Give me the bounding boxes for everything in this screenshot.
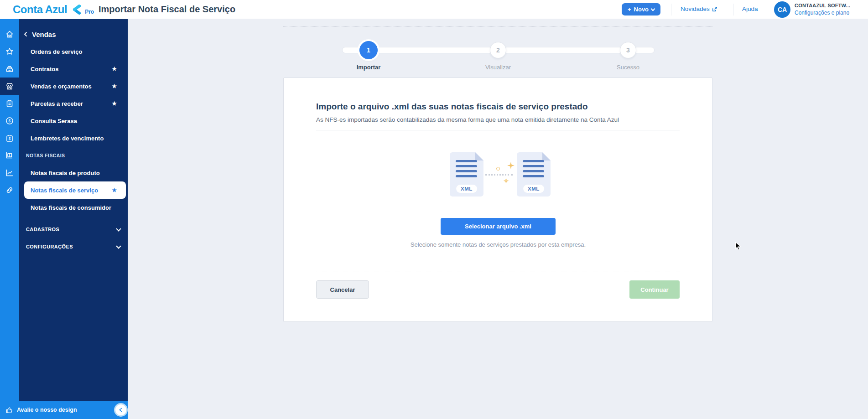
rail-calendar-dollar-icon[interactable]: $: [0, 129, 19, 147]
novidades-label: Novidades: [681, 5, 710, 12]
step-circle-importar: 1: [359, 41, 378, 59]
sidebar-item-label: Ordens de serviço: [31, 48, 82, 55]
xml-label: XML: [523, 185, 544, 193]
step-number: 3: [626, 47, 630, 54]
sidebar-item-notas-fiscais-de-consumidor[interactable]: Notas fiscais de consumidor: [19, 199, 128, 216]
sidebar-section-notas-fiscais: NOTAS FISCAIS: [19, 147, 128, 164]
sidebar-item-label: Parcelas a receber: [31, 100, 83, 107]
sidebar-item-contratos[interactable]: Contratos ★: [19, 60, 128, 78]
contaazul-logo[interactable]: Conta Azul Pro: [13, 3, 94, 16]
header-divider: [733, 4, 733, 16]
footer-dotted-divider: [316, 271, 680, 271]
card-divider: [316, 130, 680, 130]
collapsible-label: CONFIGURAÇÕES: [26, 244, 73, 249]
card-title: Importe o arquivo .xml das suas notas fi…: [316, 102, 588, 112]
avalie-design-bar[interactable]: Avalie o nosso design: [0, 401, 128, 419]
avatar-initials: CA: [778, 6, 787, 13]
helper-text: Selecione somente notas de serviços pres…: [402, 240, 594, 249]
sidebar-vendas: Vendas Ordens de serviço Contratos ★ Ven…: [19, 19, 128, 419]
new-button[interactable]: + Novo: [622, 3, 660, 16]
sidebar-item-vendas-e-orcamentos[interactable]: Vendas e orçamentos ★: [19, 78, 128, 95]
avalie-design-label: Avalie o nosso design: [17, 407, 77, 413]
page-title: Importar Nota Fiscal de Serviço: [99, 4, 235, 15]
sidebar-collapse-button[interactable]: [114, 403, 128, 417]
novidades-link[interactable]: Novidades: [681, 5, 717, 12]
sidebar-back-vendas[interactable]: Vendas: [19, 26, 128, 43]
sidebar-item-lembretes-de-vencimento[interactable]: Lembretes de vencimento: [19, 129, 128, 147]
sidebar-item-notas-fiscais-de-servico[interactable]: Notas fiscais de serviço ★: [24, 181, 126, 199]
step-circle-sucesso: 3: [620, 42, 636, 58]
step-label-importar: Importar: [337, 64, 400, 71]
logo-word-azul: Azul: [45, 3, 68, 16]
external-link-icon: [712, 6, 717, 12]
star-icon[interactable]: ★: [112, 100, 117, 107]
sidebar-item-label: Notas fiscais de serviço: [31, 187, 98, 194]
sidebar-item-label: Vendas e orçamentos: [31, 83, 92, 90]
company-name: CONTAAZUL SOFTW...: [795, 2, 850, 9]
transfer-dots: [485, 174, 513, 176]
sparkle-ring-icon: [496, 167, 500, 171]
logo-word-conta: Conta: [13, 3, 43, 16]
card-description: As NFS-es importadas serão contabilizada…: [316, 116, 619, 123]
rail-link-icon[interactable]: [0, 181, 19, 199]
sparkle-star-filled-icon: [507, 162, 515, 169]
svg-text:$: $: [8, 119, 10, 123]
page-fold: [542, 152, 551, 160]
sidebar-item-label: Notas fiscais de produto: [31, 170, 100, 176]
sidebar-title: Vendas: [32, 31, 56, 38]
sidebar-item-label: Notas fiscais de consumidor: [31, 204, 111, 211]
continue-button-disabled[interactable]: Continuar: [629, 280, 680, 299]
settings-plan-link[interactable]: Configurações e plano: [795, 9, 850, 16]
collapsible-label: CADASTROS: [26, 227, 59, 232]
ajuda-link[interactable]: Ajuda: [742, 5, 758, 12]
sidebar-item-ordens-de-servico[interactable]: Ordens de serviço: [19, 43, 128, 60]
chevron-down-icon: [651, 6, 655, 11]
rail-clipboard-icon[interactable]: [0, 95, 19, 112]
main-content: 1 2 3 Importar Visualizar Sucesso Import…: [128, 19, 868, 419]
top-dotted-divider: [283, 26, 712, 27]
ajuda-label: Ajuda: [742, 5, 758, 12]
chevron-left-icon: [118, 407, 124, 413]
xml-label: XML: [456, 185, 477, 193]
step-number: 2: [496, 47, 500, 54]
step-label-sucesso: Sucesso: [596, 64, 660, 71]
header-divider: [671, 4, 671, 16]
sidebar-item-parcelas-a-receber[interactable]: Parcelas a receber ★: [19, 95, 128, 112]
page-fold: [475, 152, 483, 160]
sidebar-collapsible-configuracoes[interactable]: CONFIGURAÇÕES: [19, 238, 128, 255]
svg-text:$: $: [9, 136, 11, 141]
chevron-down-icon: [116, 226, 121, 231]
plus-icon: +: [628, 6, 631, 13]
rail-star-icon[interactable]: [0, 43, 19, 60]
rail-cart-icon[interactable]: [0, 147, 19, 164]
avatar[interactable]: CA: [774, 1, 790, 18]
star-icon[interactable]: ★: [112, 83, 117, 89]
mouse-cursor: [735, 242, 741, 251]
star-icon[interactable]: ★: [112, 66, 117, 72]
sidebar-item-label: Consulta Serasa: [31, 118, 77, 124]
sidebar-item-notas-fiscais-de-produto[interactable]: Notas fiscais de produto: [19, 164, 128, 181]
contaazul-logomark: [71, 5, 82, 15]
chevron-left-icon: [23, 31, 28, 37]
new-button-label: Novo: [634, 6, 649, 13]
thumbs-up-icon: [5, 406, 13, 414]
sidebar-item-label: Lembretes de vencimento: [31, 135, 104, 142]
rail-chart-icon[interactable]: [0, 164, 19, 181]
sidebar-collapsible-cadastros[interactable]: CADASTROS: [19, 221, 128, 238]
rail-store-icon[interactable]: [0, 78, 19, 95]
step-number: 1: [367, 47, 370, 54]
sidebar-item-label: Contratos: [31, 66, 58, 72]
star-icon[interactable]: ★: [112, 187, 117, 193]
rail-cash-register-icon[interactable]: [0, 60, 19, 78]
rail-home-icon[interactable]: [0, 26, 19, 43]
cancel-button[interactable]: Cancelar: [316, 280, 369, 299]
xml-file-icon: XML: [450, 152, 483, 197]
sidebar-item-consulta-serasa[interactable]: Consulta Serasa: [19, 112, 128, 129]
sparkle-star-outline-icon: [504, 178, 509, 183]
import-card: Importe o arquivo .xml das suas notas fi…: [283, 78, 712, 322]
step-label-visualizar: Visualizar: [466, 64, 530, 71]
rail-dollar-circle-icon[interactable]: $: [0, 112, 19, 129]
select-xml-file-button[interactable]: Selecionar arquivo .xml: [441, 218, 556, 235]
icon-rail: $ $: [0, 19, 19, 419]
app-header: Conta Azul Pro Importar Nota Fiscal de S…: [0, 0, 868, 19]
